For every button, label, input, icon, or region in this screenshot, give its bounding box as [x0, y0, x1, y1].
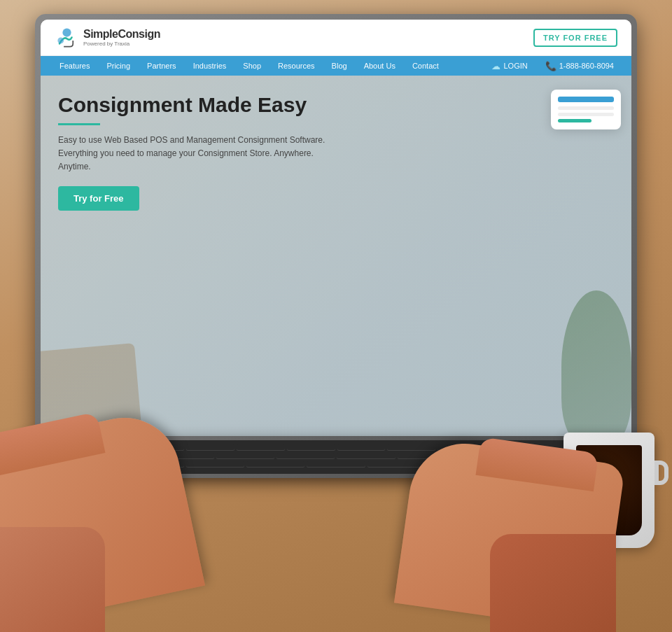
- login-button[interactable]: ☁ LOGIN: [484, 57, 534, 76]
- phone-area: 📞 1-888-860-8094: [538, 57, 621, 76]
- nav-item-contact[interactable]: Contact: [404, 56, 447, 76]
- hero-subtitle: Easy to use Web Based POS and Management…: [58, 134, 338, 174]
- nav-item-partners[interactable]: Partners: [139, 56, 185, 76]
- key: [36, 444, 84, 450]
- key: [36, 453, 94, 458]
- laptop-body: SimpleConsign Powered by Traxia TRY FOR …: [35, 14, 637, 471]
- hero-title: Consignment Made Easy: [58, 93, 614, 118]
- logo-tagline: Powered by Traxia: [83, 41, 160, 47]
- hero-underline-decoration: [58, 123, 100, 125]
- nav-item-resources[interactable]: Resources: [270, 56, 323, 76]
- hero-content: Consignment Made Easy Easy to use Web Ba…: [41, 76, 631, 225]
- logo-brand: SimpleConsign: [83, 28, 160, 41]
- key: [216, 453, 274, 458]
- key: [489, 461, 547, 467]
- laptop-bezel: SimpleConsign Powered by Traxia TRY FOR …: [41, 20, 631, 465]
- key: [337, 444, 386, 450]
- key: [156, 453, 214, 458]
- key: [96, 453, 154, 458]
- key: [428, 461, 486, 467]
- laptop-base: [21, 436, 651, 478]
- login-label: LOGIN: [503, 62, 527, 70]
- widget-bar-3: [558, 113, 614, 116]
- keyboard-row-3: [36, 460, 636, 468]
- key: [398, 453, 456, 458]
- nav-item-about[interactable]: About Us: [356, 56, 404, 76]
- keyboard-row-2: [36, 451, 636, 460]
- hero-section: Consignment Made Easy Easy to use Web Ba…: [41, 76, 631, 465]
- svg-point-1: [57, 38, 64, 44]
- nav-item-industries[interactable]: Industries: [185, 56, 235, 76]
- nav-item-pricing[interactable]: Pricing: [98, 56, 139, 76]
- website-screen: SimpleConsign Powered by Traxia TRY FOR …: [41, 20, 631, 465]
- phone-number: 1-888-860-8094: [559, 62, 614, 70]
- widget-bar-2: [558, 106, 614, 110]
- logo-area: SimpleConsign Powered by Traxia: [55, 25, 160, 50]
- keyboard-surface: [31, 440, 640, 474]
- site-header: SimpleConsign Powered by Traxia TRY FOR …: [41, 20, 631, 56]
- try-free-header-button[interactable]: TRY FOR FREE: [533, 29, 617, 47]
- key: [387, 444, 435, 450]
- widget-bar-4: [558, 119, 592, 122]
- key: [186, 461, 244, 467]
- cup-handle: [654, 461, 668, 485]
- key: [438, 444, 486, 450]
- header-right: TRY FOR FREE: [533, 29, 617, 47]
- key: [458, 453, 516, 458]
- key: [186, 444, 234, 450]
- logo-text-block: SimpleConsign Powered by Traxia: [83, 28, 160, 47]
- key: [276, 453, 335, 458]
- cloud-icon: ☁: [491, 61, 500, 71]
- widget-bar-1: [558, 97, 614, 102]
- key: [337, 453, 395, 458]
- key: [136, 444, 185, 450]
- nav-item-shop[interactable]: Shop: [234, 56, 270, 76]
- key: [246, 461, 304, 467]
- nav-right-section: ☁ LOGIN 📞 1-888-860-8094: [484, 57, 621, 76]
- key: [307, 461, 365, 467]
- key: [36, 461, 123, 467]
- hero-cta-button[interactable]: Try for Free: [58, 186, 139, 211]
- nav-bar: Features Pricing Partners Industries Sho…: [41, 56, 631, 76]
- key: [125, 461, 183, 467]
- bg-plant: [561, 290, 631, 444]
- nav-item-features[interactable]: Features: [51, 56, 98, 76]
- logo-icon: [55, 25, 79, 50]
- key: [237, 444, 285, 450]
- phone-icon: 📞: [545, 61, 556, 71]
- svg-point-0: [62, 28, 71, 36]
- key: [287, 444, 335, 450]
- keyboard-row-1: [36, 443, 636, 451]
- key: [368, 461, 426, 467]
- nav-item-blog[interactable]: Blog: [323, 56, 356, 76]
- key: [488, 444, 536, 450]
- key: [86, 444, 134, 450]
- coffee-liquid: [576, 445, 642, 535]
- coffee-cup: [564, 433, 654, 548]
- right-widget-card: [551, 90, 621, 129]
